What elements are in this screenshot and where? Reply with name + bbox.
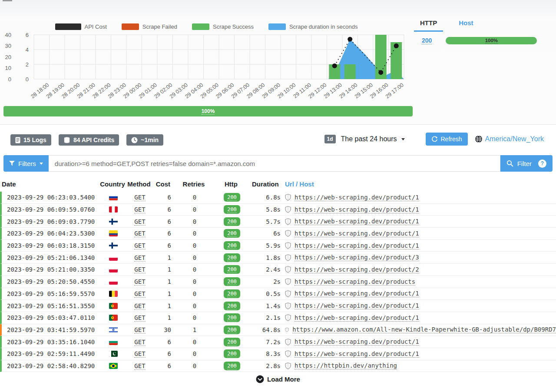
http-status-badge[interactable]: 200 <box>224 362 240 370</box>
filter-label: Filter <box>517 160 532 167</box>
shield-icon <box>285 254 291 261</box>
url-link[interactable]: https://web-scraping.dev/product/1 <box>295 290 419 297</box>
shield-icon <box>285 326 289 333</box>
status-200-link[interactable]: 200 <box>422 37 432 44</box>
url-link[interactable]: https://web-scraping.dev/product/1 <box>295 302 419 309</box>
shield-icon <box>285 350 291 357</box>
svg-text:0: 0 <box>26 76 29 83</box>
http-status-badge[interactable]: 200 <box>224 349 240 358</box>
method-link[interactable]: GET <box>134 326 145 334</box>
method-link[interactable]: GET <box>134 302 145 310</box>
load-more-button[interactable]: Load More <box>0 375 556 383</box>
http-status-badge[interactable]: 200 <box>224 205 240 214</box>
url-link[interactable]: https://web-scraping.dev/product/1 <box>295 206 419 213</box>
url-link[interactable]: https://web-scraping.dev/product/3 <box>295 254 419 261</box>
status-panel: HTTP Host 200 100% <box>414 19 554 44</box>
http-status-badge[interactable]: 200 <box>224 326 240 334</box>
url-link[interactable]: https://web-scraping.dev/product/1 <box>295 218 419 225</box>
legend-swatch-icon <box>268 23 286 30</box>
time-range-dropdown[interactable]: The past 24 hours <box>341 135 397 143</box>
method-link[interactable]: GET <box>134 339 145 346</box>
method-cell: GET <box>127 230 153 237</box>
legend-swatch-icon <box>192 23 209 30</box>
api-credits-badge: 84 API Credits <box>59 134 119 146</box>
range-badge: 1d <box>324 135 336 143</box>
country-cell <box>100 266 127 272</box>
url-link[interactable]: https://web-scraping.dev/product/1 <box>295 350 419 358</box>
shield-icon <box>285 230 291 237</box>
http-status-badge[interactable]: 200 <box>224 302 240 310</box>
http-status-badge[interactable]: 200 <box>224 241 240 250</box>
method-link[interactable]: GET <box>134 266 145 273</box>
retries-value: 0 <box>177 362 212 369</box>
help-icon[interactable]: ? <box>538 159 546 168</box>
duration-value: 5.7s <box>252 218 285 225</box>
flag-il-icon <box>109 327 118 333</box>
shield-icon <box>285 339 291 345</box>
flag-be-icon <box>109 291 118 297</box>
method-cell: GET <box>127 350 153 357</box>
method-link[interactable]: GET <box>134 278 145 286</box>
url-link[interactable]: https://web-scraping.dev/product/1 <box>295 230 419 237</box>
url-cell: https://web-scraping.dev/product/1 <box>285 230 556 237</box>
cost-value: 1 <box>153 266 177 273</box>
legend-label: Scrape duration in seconds <box>289 23 358 30</box>
method-link[interactable]: GET <box>134 254 145 262</box>
method-link[interactable]: GET <box>134 230 145 237</box>
filter-query-input[interactable] <box>49 155 500 172</box>
url-link[interactable]: https://web-scraping.dev/product/1 <box>295 194 419 201</box>
legend-label: Scrape Success <box>213 23 254 30</box>
http-status-badge[interactable]: 200 <box>224 193 240 202</box>
http-status-badge[interactable]: 200 <box>224 338 240 346</box>
http-status-badge[interactable]: 200 <box>224 253 240 262</box>
country-cell <box>100 315 127 321</box>
http-cell: 200 <box>212 241 252 250</box>
tab-http[interactable]: HTTP <box>414 19 443 32</box>
url-cell: https://web-scraping.dev/product/1 <box>285 206 556 213</box>
country-cell <box>100 255 127 261</box>
url-link[interactable]: https://web-scraping.dev/product/1 <box>295 314 419 322</box>
method-link[interactable]: GET <box>134 350 145 358</box>
log-date: 2023-09-29 06:09:03.7790 <box>2 218 100 225</box>
refresh-button[interactable]: Refresh <box>426 133 468 146</box>
method-cell: GET <box>127 218 153 225</box>
url-link[interactable]: https://web-scraping.dev/product/1 <box>295 338 419 345</box>
method-link[interactable]: GET <box>134 218 145 226</box>
tab-host[interactable]: Host <box>453 19 479 32</box>
log-row: 2023-09-29 05:21:06.1340GET102001.8shttp… <box>0 252 556 264</box>
duration-value: 8.3s <box>252 350 285 357</box>
duration-value: 5.9s <box>252 242 285 249</box>
filter-submit-button[interactable]: Filter ? <box>500 155 553 172</box>
url-link[interactable]: https://web-scraping.dev/product/1 <box>295 242 419 249</box>
method-link[interactable]: GET <box>134 362 145 370</box>
url-link[interactable]: https://web-scraping.dev/products <box>295 278 415 286</box>
svg-text:2: 2 <box>26 61 29 68</box>
method-link[interactable]: GET <box>134 242 145 249</box>
http-status-badge[interactable]: 200 <box>224 289 240 298</box>
url-link[interactable]: https://www.amazon.com/All-new-Kindle-Pa… <box>292 326 556 333</box>
retries-value: 1 <box>177 326 212 333</box>
http-status-badge[interactable]: 200 <box>224 229 240 238</box>
timezone-link[interactable]: America/New_York <box>485 135 544 143</box>
flag-pk-icon <box>109 351 118 357</box>
log-row: 2023-09-29 05:21:00.3350GET102002.4shttp… <box>0 264 556 276</box>
col-header-url[interactable]: Url / Host <box>283 180 556 188</box>
file-icon <box>15 137 20 143</box>
http-status-badge[interactable]: 200 <box>224 277 240 286</box>
url-link[interactable]: https://httpbin.dev/anything <box>295 362 397 369</box>
method-link[interactable]: GET <box>134 314 145 322</box>
chevron-down-icon[interactable] <box>401 138 405 140</box>
cost-value: 1 <box>153 302 177 309</box>
url-cell: https://web-scraping.dev/product/1 <box>285 350 556 358</box>
svg-text:20: 20 <box>5 54 11 60</box>
method-link[interactable]: GET <box>134 194 145 201</box>
method-link[interactable]: GET <box>134 290 145 298</box>
http-status-badge[interactable]: 200 <box>224 265 240 274</box>
http-status-badge[interactable]: 200 <box>224 217 240 226</box>
method-link[interactable]: GET <box>134 206 145 213</box>
http-status-badge[interactable]: 200 <box>224 313 240 322</box>
url-link[interactable]: https://web-scraping.dev/product/2 <box>295 266 419 273</box>
filters-dropdown-button[interactable]: Filters <box>3 155 49 172</box>
svg-text:4: 4 <box>26 47 29 53</box>
col-header-country: Country <box>98 180 125 188</box>
